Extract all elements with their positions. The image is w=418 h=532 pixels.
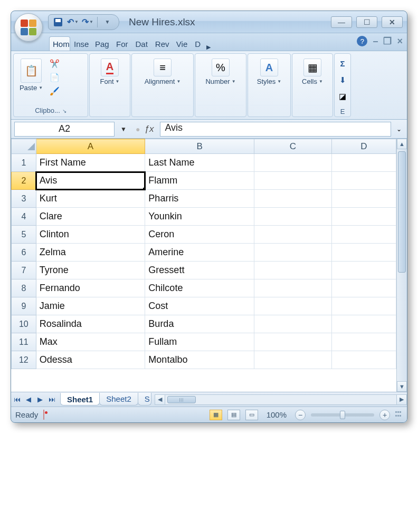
- sheet-nav-next[interactable]: ▶: [34, 394, 46, 405]
- sheet-nav-first[interactable]: ⏮: [11, 394, 23, 405]
- zoom-out-button[interactable]: −: [295, 410, 306, 420]
- column-header[interactable]: B: [145, 139, 254, 154]
- cell[interactable]: [254, 315, 332, 333]
- cell[interactable]: Avis: [36, 172, 145, 190]
- cell[interactable]: [331, 172, 396, 190]
- sheet-tab[interactable]: Sheet1: [60, 393, 100, 405]
- cell[interactable]: Montalbo: [145, 351, 254, 369]
- ribbon-tab[interactable]: Pag: [91, 36, 112, 51]
- name-box[interactable]: A2: [14, 122, 115, 137]
- cell[interactable]: [331, 262, 396, 279]
- normal-view-button[interactable]: ▦: [210, 410, 222, 420]
- row-header[interactable]: 3: [12, 190, 36, 208]
- mdi-minimize-button[interactable]: –: [373, 36, 378, 47]
- office-button[interactable]: [14, 13, 43, 42]
- paste-button[interactable]: 📋 Paste▼: [16, 56, 46, 94]
- autosum-button[interactable]: Σ: [337, 58, 348, 69]
- cell[interactable]: [331, 244, 396, 262]
- row-header[interactable]: 10: [12, 315, 36, 333]
- qat-customize-button[interactable]: ▼: [101, 16, 113, 28]
- ribbon-tab[interactable]: For: [112, 36, 132, 51]
- cell[interactable]: Odessa: [36, 351, 145, 369]
- column-header[interactable]: C: [254, 139, 332, 154]
- styles-button[interactable]: A Styles▼: [254, 56, 284, 88]
- ribbon-tab[interactable]: Hom: [49, 36, 70, 51]
- scroll-down-button[interactable]: ▼: [397, 381, 407, 392]
- horizontal-scrollbar[interactable]: ◀ ||| ▶: [155, 394, 407, 405]
- fill-button[interactable]: ⬇: [337, 74, 348, 85]
- cell[interactable]: [254, 244, 332, 262]
- cell[interactable]: Chilcote: [145, 279, 254, 297]
- ribbon-tab[interactable]: Rev: [151, 36, 173, 51]
- formula-input[interactable]: Avis: [160, 122, 391, 137]
- cell[interactable]: [254, 208, 332, 226]
- cell[interactable]: Pharris: [145, 190, 254, 208]
- cell[interactable]: [254, 190, 332, 208]
- vertical-scrollbar[interactable]: ▲ ▼: [396, 139, 407, 392]
- cell[interactable]: First Name: [36, 154, 145, 172]
- cell[interactable]: Max: [36, 333, 145, 351]
- cell[interactable]: [254, 279, 332, 297]
- row-header[interactable]: 4: [12, 208, 36, 226]
- cell[interactable]: Rosalinda: [36, 315, 145, 333]
- cell[interactable]: Jamie: [36, 297, 145, 315]
- expand-formula-bar-button[interactable]: ⌄: [394, 125, 404, 133]
- cell[interactable]: [331, 315, 396, 333]
- font-button[interactable]: A Font▼: [94, 56, 125, 88]
- sheet-tab[interactable]: S: [138, 393, 151, 405]
- cell[interactable]: Flamm: [145, 172, 254, 190]
- cells-button[interactable]: ▦ Cells▼: [297, 56, 328, 88]
- cell[interactable]: [254, 154, 332, 172]
- cell[interactable]: Gressett: [145, 262, 254, 279]
- undo-button[interactable]: ↶▼: [66, 16, 79, 28]
- resize-grip[interactable]: [395, 411, 403, 419]
- page-layout-view-button[interactable]: ▤: [227, 410, 240, 420]
- mdi-restore-button[interactable]: ❐: [383, 35, 392, 47]
- scroll-left-button[interactable]: ◀: [155, 394, 165, 405]
- select-all-corner[interactable]: [12, 139, 36, 154]
- cell[interactable]: [254, 172, 332, 190]
- zoom-slider[interactable]: [311, 413, 374, 417]
- close-button[interactable]: ✕: [382, 16, 403, 28]
- cell[interactable]: Fernando: [36, 279, 145, 297]
- save-button[interactable]: [52, 16, 64, 28]
- tab-scroll-right[interactable]: ▶: [204, 44, 213, 51]
- row-header[interactable]: 8: [12, 279, 36, 297]
- cell[interactable]: [331, 333, 396, 351]
- cell[interactable]: Kurt: [36, 190, 145, 208]
- ribbon-tab[interactable]: Dat: [132, 36, 151, 51]
- row-header[interactable]: 12: [12, 351, 36, 369]
- zoom-in-button[interactable]: +: [379, 410, 390, 420]
- row-header[interactable]: 2: [12, 172, 36, 190]
- insert-function-button[interactable]: ƒx: [144, 124, 154, 134]
- row-header[interactable]: 11: [12, 333, 36, 351]
- macro-record-button[interactable]: [43, 410, 44, 419]
- cell[interactable]: [254, 262, 332, 279]
- cell[interactable]: Clare: [36, 208, 145, 226]
- scroll-track[interactable]: |||: [165, 394, 396, 405]
- cut-button[interactable]: ✂️: [49, 58, 60, 70]
- row-header[interactable]: 7: [12, 262, 36, 279]
- ribbon-tab[interactable]: Inse: [70, 36, 91, 51]
- cell[interactable]: [331, 226, 396, 244]
- spreadsheet-grid[interactable]: ABCD 1First NameLast Name2AvisFlamm3Kurt…: [11, 139, 396, 369]
- cell[interactable]: Fullam: [145, 333, 254, 351]
- scroll-up-button[interactable]: ▲: [397, 139, 407, 149]
- cell[interactable]: [254, 333, 332, 351]
- column-header[interactable]: A: [36, 139, 145, 154]
- cell[interactable]: Last Name: [145, 154, 254, 172]
- format-painter-button[interactable]: 🖌️: [49, 85, 60, 97]
- mdi-close-button[interactable]: ×: [397, 36, 403, 47]
- zoom-thumb[interactable]: [340, 411, 345, 419]
- zoom-level[interactable]: 100%: [267, 410, 287, 419]
- maximize-button[interactable]: ☐: [356, 16, 377, 28]
- scroll-thumb[interactable]: [398, 151, 406, 273]
- column-header[interactable]: D: [331, 139, 396, 154]
- scroll-right-button[interactable]: ▶: [396, 394, 407, 405]
- number-button[interactable]: % Number▼: [198, 56, 243, 88]
- cell[interactable]: [331, 190, 396, 208]
- sheet-nav-prev[interactable]: ◀: [23, 394, 34, 405]
- cell[interactable]: [331, 279, 396, 297]
- dialog-launcher-icon[interactable]: ↘: [62, 108, 66, 114]
- row-header[interactable]: 9: [12, 297, 36, 315]
